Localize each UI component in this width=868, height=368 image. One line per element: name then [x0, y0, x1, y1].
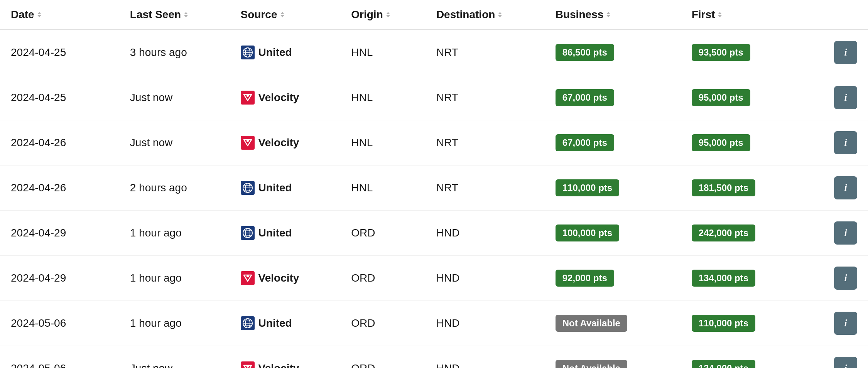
first-badge: 181,500 pts [692, 179, 755, 196]
cell-source: Velocity [230, 120, 341, 165]
cell-last-seen: Just now [119, 346, 230, 368]
info-button[interactable]: i [834, 357, 857, 368]
source-name: Velocity [258, 137, 299, 149]
velocity-logo-icon [241, 91, 255, 105]
cell-last-seen: Just now [119, 120, 230, 165]
cell-business: 86,500 pts [545, 30, 681, 75]
cell-destination: HND [426, 301, 545, 346]
first-badge: 95,000 pts [692, 134, 750, 151]
col-header-source[interactable]: Source [230, 0, 341, 30]
cell-action: i [817, 75, 868, 120]
col-header-date[interactable]: Date [0, 0, 119, 30]
cell-date: 2024-04-29 [0, 256, 119, 301]
col-header-action [817, 0, 868, 30]
united-logo-icon [241, 316, 255, 330]
info-button[interactable]: i [834, 176, 857, 199]
cell-origin: ORD [340, 256, 426, 301]
business-badge: 110,000 pts [556, 179, 619, 196]
cell-destination: NRT [426, 75, 545, 120]
table-row: 2024-04-25Just now VelocityHNLNRT67,000 … [0, 75, 868, 120]
svg-point-27 [247, 365, 249, 368]
cell-origin: HNL [340, 30, 426, 75]
cell-origin: ORD [340, 301, 426, 346]
table-row: 2024-05-06Just now VelocityORDHNDNot Ava… [0, 346, 868, 368]
source-name: United [258, 317, 292, 329]
info-button[interactable]: i [834, 312, 857, 335]
cell-action: i [817, 301, 868, 346]
first-badge: 242,000 pts [692, 225, 755, 241]
cell-first: 134,000 pts [681, 346, 817, 368]
united-logo-icon [241, 46, 255, 59]
data-table: Date Last Seen [0, 0, 868, 368]
cell-source: United [230, 301, 341, 346]
table-row: 2024-04-253 hours ago UnitedHNLNRT86,500… [0, 30, 868, 75]
cell-last-seen: 3 hours ago [119, 30, 230, 75]
cell-action: i [817, 165, 868, 211]
cell-last-seen: 1 hour ago [119, 256, 230, 301]
business-badge: 86,500 pts [556, 44, 614, 61]
sort-icon-first [718, 12, 722, 17]
cell-date: 2024-04-25 [0, 75, 119, 120]
col-header-origin[interactable]: Origin [340, 0, 426, 30]
source-name: United [258, 182, 292, 194]
cell-origin: ORD [340, 211, 426, 256]
velocity-logo-icon [241, 361, 255, 368]
cell-business: 100,000 pts [545, 211, 681, 256]
cell-origin: HNL [340, 120, 426, 165]
first-badge: 110,000 pts [692, 315, 755, 332]
first-badge: 134,000 pts [692, 360, 755, 368]
cell-source: United [230, 211, 341, 256]
cell-date: 2024-04-26 [0, 165, 119, 211]
cell-last-seen: 1 hour ago [119, 301, 230, 346]
cell-source: Velocity [230, 346, 341, 368]
united-logo-icon [241, 181, 255, 195]
cell-business: 67,000 pts [545, 120, 681, 165]
business-badge: 100,000 pts [556, 225, 619, 241]
cell-first: 110,000 pts [681, 301, 817, 346]
cell-business: Not Available [545, 301, 681, 346]
info-button[interactable]: i [834, 131, 857, 154]
cell-first: 93,500 pts [681, 30, 817, 75]
cell-action: i [817, 120, 868, 165]
svg-point-20 [247, 275, 249, 277]
cell-last-seen: 2 hours ago [119, 165, 230, 211]
col-header-destination[interactable]: Destination [426, 0, 545, 30]
cell-destination: NRT [426, 165, 545, 211]
svg-point-8 [247, 140, 249, 142]
info-button[interactable]: i [834, 41, 857, 64]
col-header-first[interactable]: First [681, 0, 817, 30]
sort-icon-last-seen [184, 12, 188, 17]
info-button[interactable]: i [834, 267, 857, 290]
cell-action: i [817, 30, 868, 75]
business-badge: Not Available [556, 315, 627, 332]
velocity-logo-icon [241, 271, 255, 285]
cell-origin: HNL [340, 165, 426, 211]
cell-source: United [230, 30, 341, 75]
info-button[interactable]: i [834, 86, 857, 109]
first-badge: 95,000 pts [692, 89, 750, 106]
sort-icon-origin [386, 12, 390, 17]
cell-date: 2024-04-25 [0, 30, 119, 75]
info-button[interactable]: i [834, 221, 857, 245]
first-badge: 134,000 pts [692, 270, 755, 287]
table-row: 2024-04-262 hours ago UnitedHNLNRT110,00… [0, 165, 868, 211]
business-badge: 67,000 pts [556, 134, 614, 151]
cell-last-seen: Just now [119, 75, 230, 120]
source-name: Velocity [258, 362, 299, 368]
source-name: Velocity [258, 272, 299, 284]
cell-origin: HNL [340, 75, 426, 120]
business-badge: 67,000 pts [556, 89, 614, 106]
cell-destination: NRT [426, 120, 545, 165]
cell-action: i [817, 346, 868, 368]
cell-business: Not Available [545, 346, 681, 368]
cell-source: Velocity [230, 256, 341, 301]
col-header-last-seen[interactable]: Last Seen [119, 0, 230, 30]
col-header-business[interactable]: Business [545, 0, 681, 30]
cell-first: 95,000 pts [681, 75, 817, 120]
cell-destination: HND [426, 256, 545, 301]
cell-source: United [230, 165, 341, 211]
cell-last-seen: 1 hour ago [119, 211, 230, 256]
sort-icon-destination [498, 12, 502, 17]
cell-destination: HND [426, 211, 545, 256]
source-name: United [258, 46, 292, 59]
